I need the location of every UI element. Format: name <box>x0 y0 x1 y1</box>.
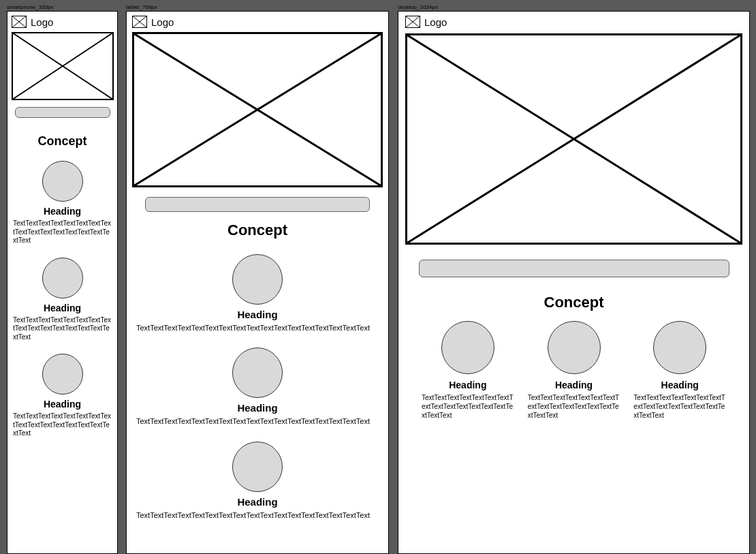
feature-block: Heading TextTextTextTextTextTextTextText… <box>422 321 514 420</box>
feature-heading: Heading <box>12 399 113 410</box>
cta-button-placeholder[interactable] <box>15 107 110 118</box>
logo-text: Logo <box>151 16 174 28</box>
frame-label-desktop: desktop_1024px <box>398 4 438 10</box>
feature-body-text: TextTextTextTextTextTextTextTextTextText… <box>136 323 379 333</box>
concept-heading: Concept <box>132 221 383 239</box>
hero-image-placeholder <box>132 32 383 187</box>
feature-circle-icon <box>232 348 283 398</box>
concept-heading: Concept <box>12 134 113 149</box>
feature-heading: Heading <box>422 380 514 390</box>
feature-block: Heading TextTextTextTextTextTextTextText… <box>12 161 113 245</box>
feature-block: Heading TextTextTextTextTextTextTextText… <box>132 348 383 426</box>
logo-icon <box>12 16 27 28</box>
feature-row: Heading TextTextTextTextTextTextTextText… <box>422 321 726 420</box>
logo-icon <box>405 16 420 28</box>
feature-block: Heading TextTextTextTextTextTextTextText… <box>132 254 383 333</box>
feature-block: Heading TextTextTextTextTextTextTextText… <box>132 442 383 520</box>
feature-heading: Heading <box>12 303 113 313</box>
logo-icon <box>132 16 147 28</box>
frame-tablet: Logo Concept Heading TextTextTextTextTex… <box>126 11 389 554</box>
feature-circle-icon <box>42 258 83 298</box>
cta-button-placeholder[interactable] <box>419 260 729 277</box>
feature-block: Heading TextTextTextTextTextTextTextText… <box>528 321 620 420</box>
feature-circle-icon <box>232 442 283 492</box>
frame-smartphone: Logo Concept Heading TextTextTextTextTex… <box>7 11 118 554</box>
feature-heading: Heading <box>12 206 113 217</box>
feature-block: Heading TextTextTextTextTextTextTextText… <box>633 321 726 420</box>
hero-image-placeholder <box>12 32 113 100</box>
feature-body-text: TextTextTextTextTextTextTextTextTextText… <box>422 393 514 420</box>
feature-body-text: TextTextTextTextTextTextTextTextTextText… <box>136 510 379 520</box>
feature-circle-icon <box>232 254 283 305</box>
feature-block: Heading TextTextTextTextTextTextTextText… <box>12 354 113 438</box>
feature-body-text: TextTextTextTextTextTextTextTextTextText… <box>13 316 112 342</box>
frame-label-tablet: tablet_768px <box>126 4 157 10</box>
feature-block: Heading TextTextTextTextTextTextTextText… <box>12 258 113 342</box>
feature-heading: Heading <box>132 309 383 320</box>
feature-heading: Heading <box>132 402 383 414</box>
logo-row: Logo <box>132 16 383 28</box>
wireframe-canvas: smartphone_320px tablet_768px desktop_10… <box>0 0 756 554</box>
cta-button-placeholder[interactable] <box>145 197 370 212</box>
feature-body-text: TextTextTextTextTextTextTextTextTextText… <box>633 393 726 420</box>
feature-heading: Heading <box>528 380 620 390</box>
feature-body-text: TextTextTextTextTextTextTextTextTextText… <box>13 219 112 245</box>
feature-heading: Heading <box>132 496 383 508</box>
feature-circle-icon <box>42 354 83 395</box>
concept-heading: Concept <box>405 294 742 311</box>
feature-circle-icon <box>441 321 494 374</box>
logo-text: Logo <box>424 16 447 28</box>
logo-row: Logo <box>405 16 742 28</box>
logo-row: Logo <box>12 16 113 28</box>
feature-circle-icon <box>548 321 601 374</box>
hero-image-placeholder <box>405 33 742 245</box>
frame-label-smartphone: smartphone_320px <box>7 4 54 10</box>
logo-text: Logo <box>31 16 53 28</box>
feature-body-text: TextTextTextTextTextTextTextTextTextText… <box>528 393 620 420</box>
frame-desktop: Logo Concept Heading TextTextTextTextTex… <box>398 11 750 554</box>
feature-circle-icon <box>653 321 706 374</box>
feature-body-text: TextTextTextTextTextTextTextTextTextText… <box>136 416 379 426</box>
feature-circle-icon <box>42 161 83 202</box>
feature-heading: Heading <box>633 380 726 390</box>
feature-body-text: TextTextTextTextTextTextTextTextTextText… <box>13 412 112 438</box>
